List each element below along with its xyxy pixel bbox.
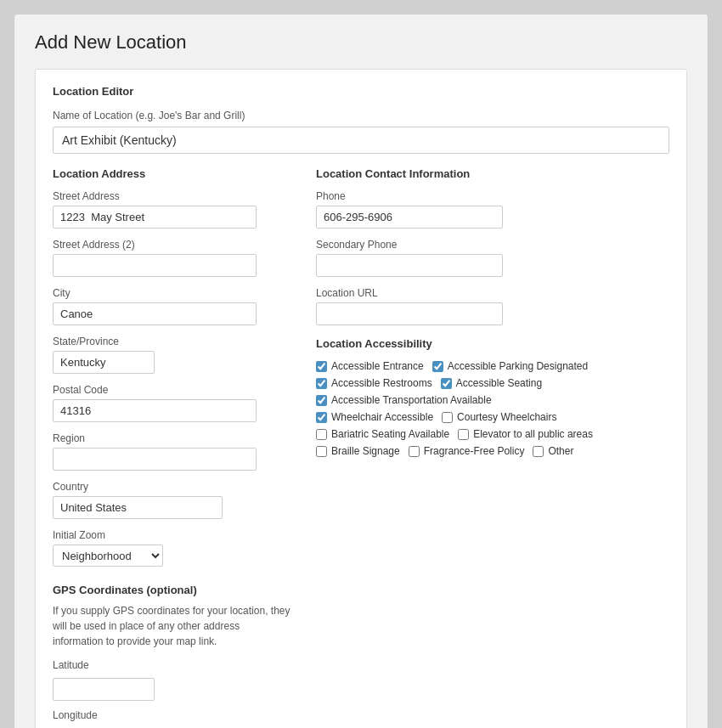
- name-field-group: Name of Location (e.g. Joe's Bar and Gri…: [53, 110, 669, 154]
- region-input[interactable]: [53, 448, 257, 471]
- accessibility-row-5: Bariatric Seating Available Elevator to …: [316, 428, 669, 440]
- postal-group: Postal Code: [53, 384, 290, 422]
- accessibility-row-2: Accessible Restrooms Accessible Seating: [316, 377, 669, 389]
- accessibility-row-6: Braille Signage Fragrance-Free Policy Ot…: [316, 445, 669, 457]
- checkbox-fragrance-free[interactable]: Fragrance-Free Policy: [409, 445, 525, 457]
- checkbox-accessible-seating-input[interactable]: [441, 378, 452, 389]
- checkbox-wheelchair-accessible-input[interactable]: [316, 412, 327, 423]
- page-container: Add New Location Location Editor Name of…: [14, 14, 708, 728]
- phone-group: Phone: [316, 190, 669, 229]
- state-label: State/Province: [53, 336, 290, 347]
- street1-label: Street Address: [53, 190, 290, 202]
- checkbox-accessible-transportation[interactable]: Accessible Transportation Available: [316, 394, 492, 406]
- checkbox-wheelchair-accessible[interactable]: Wheelchair Accessible: [316, 411, 433, 423]
- two-column-layout: Location Address Street Address Street A…: [53, 167, 669, 728]
- street2-input[interactable]: [53, 254, 257, 277]
- page-title: Add New Location: [35, 31, 687, 54]
- contact-accessibility-column: Location Contact Information Phone Secon…: [316, 167, 669, 728]
- accessibility-row-4: Wheelchair Accessible Courtesy Wheelchai…: [316, 411, 669, 423]
- gps-description: If you supply GPS coordinates for your l…: [53, 603, 290, 649]
- state-input[interactable]: [53, 351, 155, 374]
- checkbox-braille-signage[interactable]: Braille Signage: [316, 445, 400, 457]
- form-panel: Location Editor Name of Location (e.g. J…: [35, 69, 687, 728]
- accessibility-row-1: Accessible Entrance Accessible Parking D…: [316, 360, 669, 372]
- longitude-group: Longitude: [53, 709, 290, 728]
- city-label: City: [53, 287, 290, 299]
- checkbox-elevator[interactable]: Elevator to all public areas: [458, 428, 593, 440]
- latitude-group: Latitude: [53, 659, 290, 701]
- latitude-input[interactable]: [53, 678, 155, 701]
- city-group: City: [53, 287, 290, 325]
- contact-heading: Location Contact Information: [316, 167, 669, 180]
- latitude-label: Latitude: [53, 659, 290, 671]
- checkbox-elevator-input[interactable]: [458, 429, 469, 440]
- address-heading: Location Address: [53, 167, 290, 180]
- checkbox-accessible-seating[interactable]: Accessible Seating: [441, 377, 542, 389]
- url-label: Location URL: [316, 287, 669, 299]
- region-group: Region: [53, 432, 290, 471]
- country-input[interactable]: [53, 496, 223, 519]
- checkbox-other[interactable]: Other: [533, 445, 573, 457]
- gps-title: GPS Coordinates (optional): [53, 584, 290, 596]
- gps-section: GPS Coordinates (optional) If you supply…: [53, 584, 290, 728]
- phone-input[interactable]: [316, 206, 503, 229]
- address-column: Location Address Street Address Street A…: [53, 167, 290, 728]
- zoom-select[interactable]: Neighborhood City State Country World: [53, 545, 163, 567]
- checkbox-braille-signage-input[interactable]: [316, 446, 327, 457]
- longitude-label: Longitude: [53, 709, 290, 721]
- secondary-phone-input[interactable]: [316, 254, 503, 277]
- secondary-phone-group: Secondary Phone: [316, 239, 669, 277]
- country-label: Country: [53, 481, 290, 493]
- checkbox-accessible-parking-input[interactable]: [432, 361, 443, 372]
- location-name-input[interactable]: [53, 127, 669, 154]
- secondary-phone-label: Secondary Phone: [316, 239, 669, 251]
- street2-label: Street Address (2): [53, 239, 290, 251]
- country-group: Country: [53, 481, 290, 519]
- checkbox-courtesy-wheelchairs[interactable]: Courtesy Wheelchairs: [442, 411, 556, 423]
- panel-title: Location Editor: [53, 85, 669, 98]
- phone-label: Phone: [316, 190, 669, 202]
- postal-input[interactable]: [53, 399, 257, 422]
- region-label: Region: [53, 432, 290, 444]
- checkbox-accessible-transportation-input[interactable]: [316, 395, 327, 406]
- zoom-label: Initial Zoom: [53, 529, 290, 541]
- checkbox-accessible-entrance-input[interactable]: [316, 361, 327, 372]
- checkbox-accessible-restrooms-input[interactable]: [316, 378, 327, 389]
- accessibility-section: Location Accessibility Accessible Entran…: [316, 337, 669, 457]
- checkbox-bariatric-seating-input[interactable]: [316, 429, 327, 440]
- name-field-label: Name of Location (e.g. Joe's Bar and Gri…: [53, 110, 669, 121]
- url-group: Location URL: [316, 287, 669, 325]
- street1-group: Street Address: [53, 190, 290, 229]
- street1-input[interactable]: [53, 206, 257, 229]
- checkbox-bariatric-seating[interactable]: Bariatric Seating Available: [316, 428, 449, 440]
- accessibility-row-3: Accessible Transportation Available: [316, 394, 669, 406]
- city-input[interactable]: [53, 302, 257, 325]
- state-group: State/Province: [53, 336, 290, 374]
- checkbox-fragrance-free-input[interactable]: [409, 446, 420, 457]
- checkbox-courtesy-wheelchairs-input[interactable]: [442, 412, 453, 423]
- checkbox-accessible-parking[interactable]: Accessible Parking Designated: [432, 360, 588, 372]
- checkbox-accessible-restrooms[interactable]: Accessible Restrooms: [316, 377, 432, 389]
- checkbox-accessible-entrance[interactable]: Accessible Entrance: [316, 360, 424, 372]
- street2-group: Street Address (2): [53, 239, 290, 277]
- accessibility-heading: Location Accessibility: [316, 337, 669, 350]
- checkbox-other-input[interactable]: [533, 446, 544, 457]
- postal-label: Postal Code: [53, 384, 290, 396]
- url-input[interactable]: [316, 302, 503, 325]
- zoom-group: Initial Zoom Neighborhood City State Cou…: [53, 529, 290, 567]
